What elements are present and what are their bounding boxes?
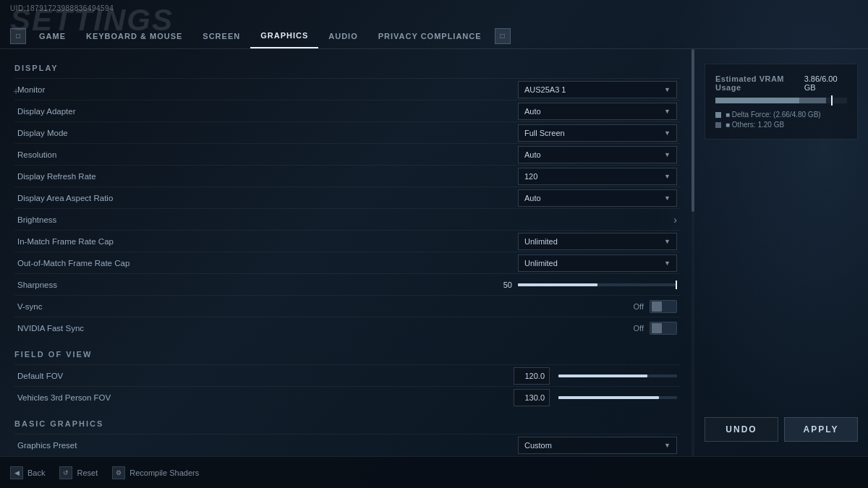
nvidia-sync-control: Off	[292, 322, 677, 335]
nvidia-sync-label: NVIDIA Fast Sync	[17, 324, 292, 333]
monitor-label: Monitor	[17, 85, 292, 94]
inmatch-frc-arrow: ▼	[664, 238, 671, 245]
vram-legend-delta: ■ Delta Force: (2.66/4.80 GB)	[715, 111, 847, 119]
nvidia-sync-state: Off	[634, 324, 644, 333]
default-fov-input[interactable]: 120.0	[514, 367, 550, 385]
tab-graphics[interactable]: GRAPHICS	[250, 23, 318, 48]
right-panel: Estimated VRAM Usage 3.86/6.00 GB ■ Delt…	[694, 49, 868, 456]
inmatch-frc-control: Unlimited ▼	[292, 233, 677, 250]
default-fov-slider-container: 120.0	[514, 367, 677, 385]
aspect-ratio-dropdown[interactable]: Auto ▼	[518, 189, 677, 207]
tab-icon-left[interactable]: □	[10, 28, 26, 44]
brightness-control: ›	[292, 214, 677, 226]
apply-button[interactable]: APPLY	[784, 417, 858, 442]
monitor-dropdown-arrow: ▼	[664, 86, 671, 93]
tab-screen[interactable]: SCREEN	[192, 23, 250, 48]
sharpness-label: Sharpness	[17, 281, 292, 289]
display-adapter-row: Display Adapter Auto ▼	[14, 100, 680, 121]
sharpness-thumb	[676, 281, 677, 289]
recompile-icon: ⚙	[112, 466, 125, 479]
delta-dot	[715, 112, 721, 118]
vsync-toggle[interactable]	[650, 300, 677, 313]
vehicle-fov-slider[interactable]	[558, 396, 677, 399]
sharpness-fill	[518, 283, 597, 286]
resolution-control: Auto ▼	[292, 146, 677, 163]
refresh-rate-row: Display Refresh Rate 120 ▼	[14, 165, 680, 187]
default-fov-slider[interactable]	[558, 374, 677, 377]
inmatch-frc-dropdown[interactable]: Unlimited ▼	[518, 233, 677, 250]
reset-button[interactable]: ↺ Reset	[59, 466, 98, 479]
tab-audio[interactable]: AUDIO	[318, 23, 367, 48]
vehicle-fov-row: Vehicles 3rd Person FOV 130.0	[14, 386, 680, 408]
aspect-ratio-arrow: ▼	[664, 194, 671, 202]
sharpness-control: 50	[292, 281, 677, 289]
monitor-control: AUS25A3 1 ▼	[292, 81, 677, 98]
basic-graphics-section-header: BASIC GRAPHICS	[14, 419, 680, 428]
vehicle-fov-input[interactable]: 130.0	[514, 389, 550, 406]
vehicle-fov-slider-container: 130.0	[514, 389, 677, 406]
tab-icon-right[interactable]: □	[495, 28, 511, 44]
display-mode-label: Display Mode	[17, 129, 292, 137]
recompile-shaders-button[interactable]: ⚙ Recompile Shaders	[112, 466, 199, 479]
content-area: DISPLAY Monitor AUS25A3 1 ▼ Display Adap…	[0, 49, 694, 456]
vehicle-fov-label: Vehicles 3rd Person FOV	[17, 393, 292, 402]
vram-header: Estimated VRAM Usage 3.86/6.00 GB	[715, 74, 847, 92]
action-buttons: UNDO APPLY	[705, 417, 858, 442]
default-fov-row: Default FOV 120.0	[14, 364, 680, 386]
reset-icon: ↺	[59, 466, 72, 479]
vram-legend: ■ Delta Force: (2.66/4.80 GB) ■ Others: …	[715, 111, 847, 129]
display-section-header: DISPLAY	[14, 64, 680, 72]
undo-button[interactable]: UNDO	[705, 417, 778, 442]
back-button[interactable]: ◀ Back	[10, 466, 45, 479]
resolution-row: Resolution Auto ▼	[14, 143, 680, 165]
graphics-preset-dropdown[interactable]: Custom ▼	[518, 437, 677, 454]
sharpness-slider-container: 50	[490, 281, 677, 289]
default-fov-control: 120.0	[292, 367, 677, 385]
vram-bar-others	[799, 98, 825, 103]
nvidia-sync-toggle[interactable]	[650, 322, 677, 335]
default-fov-fill	[558, 374, 647, 377]
monitor-dropdown[interactable]: AUS25A3 1 ▼	[518, 81, 677, 98]
sharpness-slider[interactable]	[518, 283, 677, 286]
vram-value: 3.86/6.00 GB	[804, 74, 847, 92]
brightness-arrow-icon[interactable]: ›	[673, 214, 677, 226]
vram-bar-delta	[715, 98, 799, 103]
vsync-knob	[652, 301, 662, 312]
fov-section-header: FIELD OF VIEW	[14, 350, 680, 359]
outmatch-frc-control: Unlimited ▼	[292, 254, 677, 272]
outmatch-frc-dropdown[interactable]: Unlimited ▼	[518, 254, 677, 272]
resolution-dropdown[interactable]: Auto ▼	[518, 146, 677, 163]
refresh-rate-dropdown[interactable]: 120 ▼	[518, 168, 677, 185]
outmatch-frc-label: Out-of-Match Frame Rate Cap	[17, 259, 292, 267]
vram-bar-container	[715, 98, 847, 103]
display-mode-dropdown[interactable]: Full Screen ▼	[518, 124, 677, 142]
graphics-preset-row: Graphics Preset Custom ▼	[14, 434, 680, 455]
app-container: UID:18791723988836494594 Settings □ GAME…	[0, 0, 868, 488]
display-adapter-dropdown[interactable]: Auto ▼	[518, 103, 677, 120]
aspect-ratio-control: Auto ▼	[292, 189, 677, 207]
tab-game[interactable]: GAME	[29, 23, 76, 48]
display-adapter-arrow: ▼	[664, 108, 671, 115]
back-icon: ◀	[10, 466, 23, 479]
nvidia-sync-toggle-container: Off	[634, 322, 677, 335]
vram-bar-marker	[831, 95, 833, 106]
vsync-row: V-sync Off	[14, 295, 680, 317]
outmatch-frc-row: Out-of-Match Frame Rate Cap Unlimited ▼	[14, 252, 680, 273]
nvidia-sync-knob	[652, 323, 662, 333]
display-mode-arrow: ▼	[664, 129, 671, 137]
display-mode-control: Full Screen ▼	[292, 124, 677, 142]
aspect-ratio-row: Display Area Aspect Ratio Auto ▼	[14, 187, 680, 208]
aspect-ratio-label: Display Area Aspect Ratio	[17, 194, 292, 202]
tab-privacy[interactable]: PRIVACY COMPLIANCE	[368, 23, 492, 48]
outmatch-frc-arrow: ▼	[664, 260, 671, 267]
display-adapter-control: Auto ▼	[292, 103, 677, 120]
tab-keyboard[interactable]: KEYBOARD & MOUSE	[76, 23, 192, 48]
graphics-preset-label: Graphics Preset	[17, 441, 292, 450]
monitor-row: Monitor AUS25A3 1 ▼	[14, 78, 680, 100]
vsync-toggle-container: Off	[634, 300, 677, 313]
vehicle-fov-fill	[558, 396, 659, 399]
display-adapter-label: Display Adapter	[17, 107, 292, 116]
inmatch-frc-label: In-Match Frame Rate Cap	[17, 237, 292, 246]
inmatch-frc-row: In-Match Frame Rate Cap Unlimited ▼	[14, 230, 680, 252]
vram-card: Estimated VRAM Usage 3.86/6.00 GB ■ Delt…	[705, 64, 858, 140]
